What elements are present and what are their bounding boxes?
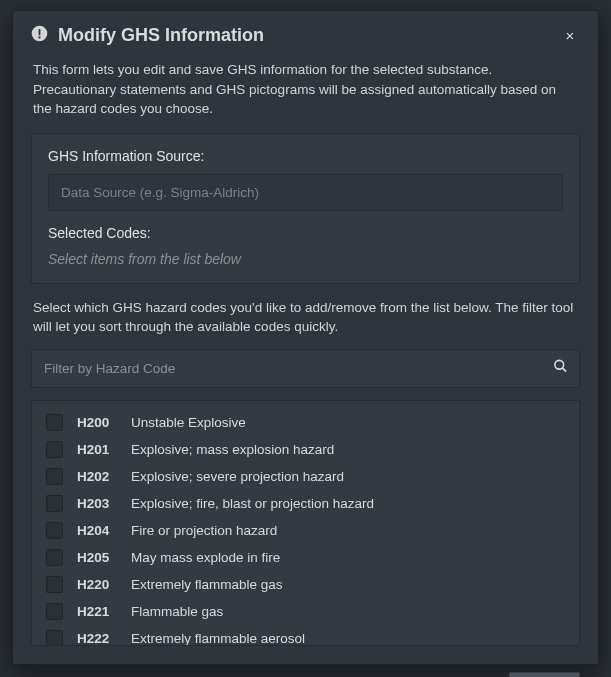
hazard-code: H221 <box>77 604 131 619</box>
filter-wrap <box>31 349 580 388</box>
checkbox[interactable] <box>46 603 63 620</box>
checkbox[interactable] <box>46 630 63 646</box>
hazard-code-row[interactable]: H204Fire or projection hazard <box>36 517 575 544</box>
checkbox[interactable] <box>46 576 63 593</box>
hint-text: Select which GHS hazard codes you'd like… <box>31 296 580 349</box>
hazard-desc: Fire or projection hazard <box>131 523 565 538</box>
modal-body: This form lets you edit and save GHS inf… <box>13 56 598 660</box>
save-button[interactable]: Save <box>509 672 580 677</box>
hazard-code: H202 <box>77 469 131 484</box>
filter-input[interactable] <box>31 349 580 388</box>
hazard-desc: Extremely flammable gas <box>131 577 565 592</box>
hazard-code: H222 <box>77 631 131 646</box>
checkbox[interactable] <box>46 441 63 458</box>
checkbox[interactable] <box>46 468 63 485</box>
svg-rect-1 <box>39 29 41 35</box>
hazard-code: H200 <box>77 415 131 430</box>
hazard-desc: Explosive; severe projection hazard <box>131 469 565 484</box>
search-icon[interactable] <box>553 359 568 378</box>
hazard-code: H201 <box>77 442 131 457</box>
hazard-code: H205 <box>77 550 131 565</box>
svg-point-3 <box>555 361 564 370</box>
svg-point-2 <box>38 36 40 38</box>
selected-codes-label: Selected Codes: <box>48 225 563 241</box>
hazard-code-row[interactable]: H200Unstable Explosive <box>36 409 575 436</box>
hazard-code-row[interactable]: H203Explosive; fire, blast or projection… <box>36 490 575 517</box>
hazard-code-row[interactable]: H220Extremely flammable gas <box>36 571 575 598</box>
hazard-desc: Unstable Explosive <box>131 415 565 430</box>
source-label: GHS Information Source: <box>48 148 563 164</box>
hazard-desc: Explosive; mass explosion hazard <box>131 442 565 457</box>
checkbox[interactable] <box>46 522 63 539</box>
hazard-code-row[interactable]: H205May mass explode in fire <box>36 544 575 571</box>
checkbox[interactable] <box>46 414 63 431</box>
hazard-desc: Flammable gas <box>131 604 565 619</box>
checkbox[interactable] <box>46 495 63 512</box>
hazard-code-row[interactable]: H202Explosive; severe projection hazard <box>36 463 575 490</box>
modal-header: Modify GHS Information × <box>13 11 598 56</box>
selected-codes-empty: Select items from the list below <box>48 251 563 267</box>
hazard-code-row[interactable]: H222Extremely flammable aerosol <box>36 625 575 646</box>
modal-title: Modify GHS Information <box>58 25 560 46</box>
hazard-code: H204 <box>77 523 131 538</box>
intro-text: This form lets you edit and save GHS inf… <box>31 56 580 133</box>
modal-footer: Save <box>13 660 598 677</box>
source-panel: GHS Information Source: Selected Codes: … <box>31 133 580 284</box>
close-icon: × <box>566 27 575 44</box>
hazard-code-list[interactable]: H200Unstable ExplosiveH201Explosive; mas… <box>31 400 580 646</box>
hazard-code-row[interactable]: H221Flammable gas <box>36 598 575 625</box>
hazard-code: H203 <box>77 496 131 511</box>
hazard-desc: May mass explode in fire <box>131 550 565 565</box>
modify-ghs-modal: Modify GHS Information × This form lets … <box>12 10 599 665</box>
hazard-code-row[interactable]: H201Explosive; mass explosion hazard <box>36 436 575 463</box>
svg-line-4 <box>562 368 566 372</box>
close-button[interactable]: × <box>560 26 580 46</box>
warning-icon <box>31 25 48 46</box>
hazard-code: H220 <box>77 577 131 592</box>
hazard-desc: Explosive; fire, blast or projection haz… <box>131 496 565 511</box>
source-input[interactable] <box>48 174 563 211</box>
hazard-desc: Extremely flammable aerosol <box>131 631 565 646</box>
checkbox[interactable] <box>46 549 63 566</box>
